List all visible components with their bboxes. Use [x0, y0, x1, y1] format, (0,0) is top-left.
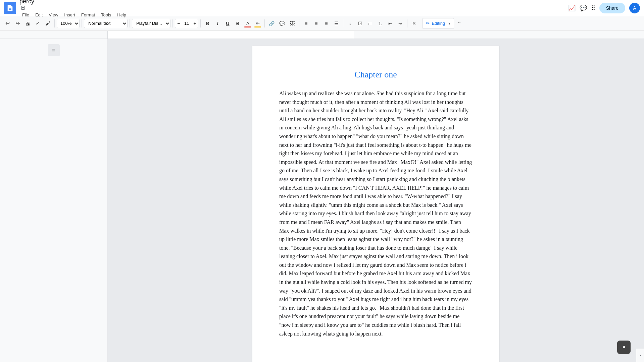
- insert-link-button[interactable]: 🔗: [267, 19, 277, 28]
- sidebar: ≡: [0, 39, 107, 362]
- redo-button[interactable]: ↪: [13, 19, 22, 28]
- page: Chapter one Ali wakes up and realizes sh…: [252, 46, 499, 362]
- editing-mode-chevron: ▾: [448, 21, 450, 26]
- font-size-increase-button[interactable]: +: [191, 19, 198, 28]
- ruler-document-area: [107, 31, 354, 39]
- monitor-icon[interactable]: 🖥: [20, 5, 26, 11]
- sidebar-toggle-button[interactable]: ›: [636, 349, 644, 362]
- avatar[interactable]: A: [629, 3, 640, 13]
- main-area: ≡ Chapter one Ali wakes up and realizes …: [0, 39, 644, 362]
- editing-mode-label: Editing: [432, 21, 445, 26]
- menu-edit[interactable]: Edit: [33, 12, 45, 18]
- checklist-button[interactable]: ☑: [355, 19, 365, 28]
- zoom-select[interactable]: 100% 75% 125%: [57, 19, 80, 28]
- separator-2: [82, 19, 82, 27]
- chapter-title: Chapter one: [279, 70, 472, 80]
- body-text[interactable]: Ali wakes up and realizes she was not al…: [279, 89, 472, 338]
- explore-button[interactable]: ✦: [617, 341, 631, 354]
- insert-image-button[interactable]: 🖼: [288, 19, 297, 28]
- decrease-indent-button[interactable]: ⇤: [386, 19, 395, 28]
- justify-button[interactable]: ☰: [332, 19, 341, 28]
- toolbar: ↩ ↪ 🖨 ✓ 🖌 100% 75% 125% Normal text Titl…: [0, 16, 644, 31]
- align-left-button[interactable]: ≡: [301, 19, 311, 28]
- text-color-button[interactable]: A: [243, 19, 252, 28]
- title-area: percy 🖥 File Edit View Insert Format Too…: [19, 0, 568, 18]
- separator-7: [299, 19, 299, 27]
- numbered-list-button[interactable]: 1.: [376, 19, 385, 28]
- menu-bar: File Edit View Insert Format Tools Help: [19, 12, 568, 18]
- doc-title[interactable]: percy: [19, 0, 568, 5]
- underline-button[interactable]: U: [223, 19, 232, 28]
- document-area[interactable]: Chapter one Ali wakes up and realizes sh…: [107, 39, 644, 362]
- doc-icon: [4, 2, 16, 14]
- line-spacing-button[interactable]: ↕: [345, 19, 355, 28]
- print-button[interactable]: 🖨: [23, 19, 32, 28]
- align-right-button[interactable]: ≡: [321, 19, 331, 28]
- highlight-button[interactable]: ✏: [253, 19, 262, 28]
- separator-3: [130, 19, 130, 27]
- title-bar: percy 🖥 File Edit View Insert Format Too…: [0, 0, 644, 16]
- font-size-decrease-button[interactable]: −: [175, 19, 182, 28]
- highlight-indicator: [254, 26, 261, 27]
- separator-1: [54, 19, 55, 27]
- separator-6: [264, 19, 265, 27]
- separator-5: [200, 19, 201, 27]
- text-color-indicator: [244, 26, 251, 27]
- undo-button[interactable]: ↩: [3, 19, 12, 28]
- toolbar-collapse-button[interactable]: ⌃: [455, 19, 464, 28]
- document-outline-button[interactable]: ≡: [48, 44, 60, 56]
- comment-icon[interactable]: 💬: [580, 4, 587, 12]
- menu-help[interactable]: Help: [114, 12, 129, 18]
- editing-mode-selector[interactable]: ✏ Editing ▾: [422, 18, 454, 29]
- trend-icon[interactable]: 📈: [568, 4, 576, 12]
- separator-9: [407, 19, 407, 27]
- menu-format[interactable]: Format: [79, 12, 98, 18]
- font-size-input[interactable]: [182, 19, 191, 28]
- apps-icon[interactable]: ⠿: [591, 4, 595, 12]
- italic-button[interactable]: I: [213, 19, 222, 28]
- clear-formatting-button[interactable]: ✕: [409, 19, 419, 28]
- strikethrough-button[interactable]: S: [233, 19, 242, 28]
- menu-tools[interactable]: Tools: [98, 12, 114, 18]
- increase-indent-button[interactable]: ⇥: [396, 19, 405, 28]
- header-right: 📈 💬 ⠿ Share A: [568, 3, 640, 13]
- spellcheck-button[interactable]: ✓: [33, 19, 42, 28]
- paint-format-button[interactable]: 🖌: [43, 19, 52, 28]
- editing-pencil-icon: ✏: [426, 21, 430, 26]
- bullet-list-button[interactable]: ≔: [365, 19, 375, 28]
- font-select[interactable]: Playfair Dis... Arial Georgia: [132, 19, 170, 28]
- share-button[interactable]: Share: [599, 3, 625, 13]
- menu-view[interactable]: View: [46, 12, 61, 18]
- insert-comment-button[interactable]: 💬: [277, 19, 287, 28]
- menu-file[interactable]: File: [19, 12, 32, 18]
- ruler: [0, 31, 644, 39]
- text-style-select[interactable]: Normal text Title Heading 1 Heading 2: [84, 19, 128, 28]
- separator-8: [343, 19, 343, 27]
- bold-button[interactable]: B: [203, 19, 212, 28]
- font-size-area: − +: [175, 19, 198, 28]
- align-center-button[interactable]: ≡: [311, 19, 321, 28]
- menu-insert[interactable]: Insert: [61, 12, 78, 18]
- separator-4: [172, 19, 173, 27]
